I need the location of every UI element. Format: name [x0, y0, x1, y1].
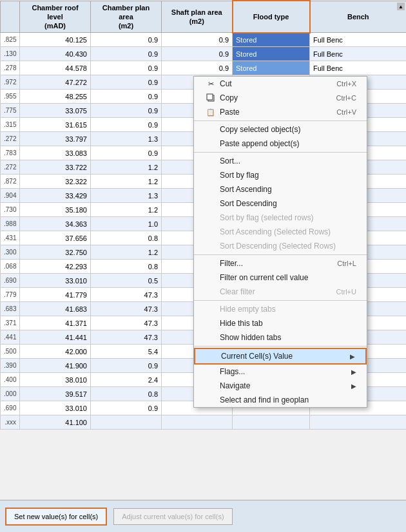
table-cell-plan: 0.9: [91, 359, 162, 373]
menu-item-arrow: ▶: [350, 353, 355, 360]
table-row-idx: .904: [1, 189, 20, 203]
table-cell-bench: Full Benc: [310, 33, 407, 47]
menu-item-label: Sort Descending: [220, 199, 277, 208]
menu-item-label: Show hidden tabs: [220, 333, 281, 342]
table-cell-plan: 47.3: [91, 288, 162, 302]
table-cell-plan: [91, 415, 162, 430]
menu-separator: [194, 300, 367, 301]
table-cell-roof: 33.010: [20, 401, 91, 415]
table-cell-roof: 41.779: [20, 288, 91, 302]
table-row-idx: .690: [1, 274, 20, 288]
menu-separator: [194, 254, 367, 255]
menu-item-8[interactable]: Sort Descending: [194, 196, 367, 211]
context-menu: ✂CutCtrl+XCopyCtrl+C📋PasteCtrl+VCopy sel…: [193, 76, 367, 408]
menu-item-arrow: ▶: [351, 368, 356, 375]
col-header-bench: Bench: [310, 1, 407, 33]
menu-item-arrow: ▶: [351, 383, 356, 390]
menu-separator: [194, 120, 367, 121]
copy-icon: [204, 93, 217, 102]
bottom-bar: Set new value(s) for cell(s) Adjust curr…: [0, 500, 406, 532]
table-row-idx: .825: [1, 33, 20, 47]
table-cell-plan: 0.9: [91, 118, 162, 132]
table-row-idx: .315: [1, 118, 20, 132]
table-cell-plan: 1.0: [91, 217, 162, 231]
menu-item-16[interactable]: Hide this tab: [194, 316, 367, 330]
table-cell-flood[interactable]: Stored: [233, 33, 310, 47]
table-row-idx: .779: [1, 288, 20, 302]
table-cell-shaft: 0.9: [162, 47, 233, 61]
scissors-icon: ✂: [204, 80, 217, 88]
table-row-idx: .872: [1, 175, 20, 189]
table-cell-plan: 2.4: [91, 373, 162, 387]
col-header-plan: Chamber planarea(m2): [91, 1, 162, 33]
table-row-idx: .775: [1, 104, 20, 118]
menu-separator: [194, 152, 367, 153]
table-row-idx: .130: [1, 47, 20, 61]
table-row-idx: .988: [1, 217, 20, 231]
table-cell-roof: 48.255: [20, 90, 91, 104]
menu-item-7[interactable]: Sort Ascending: [194, 182, 367, 196]
table-cell-roof: 38.010: [20, 373, 91, 387]
menu-item-label: Paste append object(s): [220, 139, 299, 148]
menu-item-2[interactable]: 📋PasteCtrl+V: [194, 105, 367, 119]
col-header-roof: Chamber rooflevel(mAD): [20, 1, 91, 33]
table-row-idx: .300: [1, 245, 20, 260]
menu-item-13[interactable]: Filter on current cell value: [194, 271, 367, 285]
table-cell-roof: 32.322: [20, 175, 91, 189]
table-row-idx: .278: [1, 61, 20, 75]
table-cell-roof: 40.430: [20, 47, 91, 61]
table-row-idx: .xxx: [1, 415, 20, 430]
table-cell-shaft: [162, 415, 233, 430]
table-row-idx: .000: [1, 387, 20, 401]
menu-item-21[interactable]: Select and find in geoplan: [194, 393, 367, 407]
table-cell-plan: 1.2: [91, 160, 162, 175]
menu-item-19[interactable]: Flags...▶: [194, 365, 367, 379]
table-row-idx: .500: [1, 345, 20, 359]
table-cell-plan: 0.9: [91, 90, 162, 104]
menu-item-12[interactable]: Filter...Ctrl+L: [194, 256, 367, 271]
table-cell-roof: 32.750: [20, 245, 91, 260]
table-cell-plan: 0.9: [91, 146, 162, 160]
table-cell-roof: 33.429: [20, 189, 91, 203]
menu-item-label: Paste: [220, 108, 240, 117]
table-cell-plan: 0.9: [91, 47, 162, 61]
table-cell-plan: 0.9: [91, 401, 162, 415]
menu-item-10: Sort Ascending (Selected Rows): [194, 225, 367, 239]
table-cell-roof: 42.293: [20, 260, 91, 274]
table-cell-roof: 33.722: [20, 160, 91, 175]
table-cell-roof: 44.578: [20, 61, 91, 75]
table-cell-flood[interactable]: Stored: [233, 47, 310, 61]
menu-item-3[interactable]: Copy selected object(s): [194, 122, 367, 137]
menu-item-label: Flags...: [220, 367, 245, 376]
menu-item-17[interactable]: Show hidden tabs: [194, 330, 367, 345]
menu-item-shortcut: Ctrl+C: [336, 94, 356, 102]
menu-item-label: Sort by flag: [220, 171, 259, 180]
menu-item-1[interactable]: CopyCtrl+C: [194, 91, 367, 105]
table-cell-plan: 0.9: [91, 104, 162, 118]
menu-item-18[interactable]: Current Cell(s) Value▶: [194, 348, 367, 365]
menu-item-4[interactable]: Paste append object(s): [194, 137, 367, 151]
menu-item-20[interactable]: Navigate▶: [194, 379, 367, 393]
menu-item-shortcut: Ctrl+U: [336, 288, 356, 296]
menu-item-label: Current Cell(s) Value: [221, 352, 293, 361]
table-row-idx: .272: [1, 160, 20, 175]
set-value-button[interactable]: Set new value(s) for cell(s): [5, 508, 107, 526]
table-cell-bench: [310, 415, 407, 430]
scroll-up-arrow[interactable]: ▲: [397, 3, 405, 10]
table-row-idx: .972: [1, 75, 20, 90]
menu-item-label: Filter on current cell value: [220, 273, 308, 282]
table-cell-bench: Full Benc: [310, 61, 407, 75]
table-cell-roof: 39.517: [20, 387, 91, 401]
menu-item-6[interactable]: Sort by flag: [194, 168, 367, 182]
menu-item-label: Filter...: [220, 259, 243, 268]
table-cell-flood[interactable]: Stored: [233, 61, 310, 75]
menu-item-label: Clear filter: [220, 287, 255, 296]
table-cell-plan: 0.9: [91, 75, 162, 90]
menu-item-5[interactable]: Sort...: [194, 154, 367, 168]
menu-item-0[interactable]: ✂CutCtrl+X: [194, 77, 367, 91]
table-cell-flood[interactable]: [233, 415, 310, 430]
col-header-flood: Flood type: [233, 1, 310, 33]
table-cell-plan: 0.5: [91, 274, 162, 288]
menu-item-11: Sort Descending (Selected Rows): [194, 239, 367, 253]
menu-item-shortcut: Ctrl+X: [336, 80, 356, 88]
